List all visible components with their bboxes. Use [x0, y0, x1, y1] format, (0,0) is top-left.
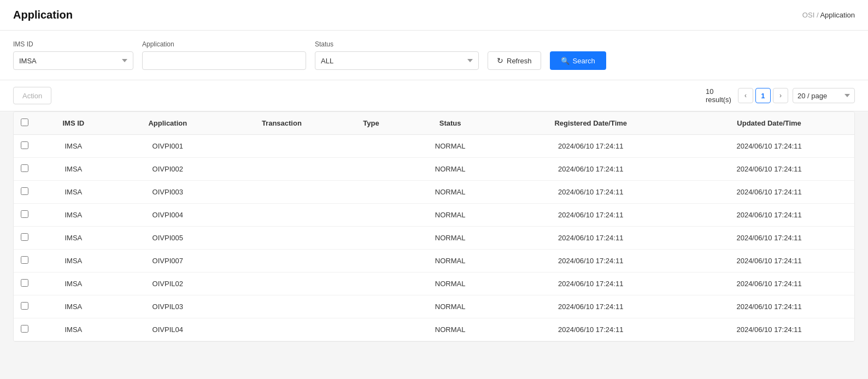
table-row: IMSA OIVPI005 NORMAL 2024/06/10 17:24:11…: [14, 227, 854, 250]
cell-type: [339, 295, 403, 318]
cell-ims-id: IMSA: [36, 158, 112, 181]
table-row: IMSA OIVPI002 NORMAL 2024/06/10 17:24:11…: [14, 158, 854, 181]
status-label: Status: [315, 40, 479, 48]
cell-registered: 2024/06/10 17:24:11: [497, 204, 684, 227]
cell-ims-id: IMSA: [36, 341, 112, 342]
table-scroll-area[interactable]: IMS ID Application Transaction Type Stat…: [14, 112, 854, 341]
cell-registered: 2024/06/10 17:24:11: [497, 273, 684, 295]
cell-type: [339, 273, 403, 295]
breadcrumb-parent: OSI: [802, 11, 814, 19]
cell-transaction: [224, 227, 339, 250]
cell-updated: 2024/06/10 17:24:11: [684, 227, 854, 250]
cell-application: OIVPI001: [112, 135, 224, 158]
cell-status: NORMAL: [403, 318, 497, 341]
cell-updated: 2024/06/10 17:24:11: [684, 158, 854, 181]
ims-id-label: IMS ID: [13, 40, 133, 48]
filter-section: IMS ID IMSA IMSB IMSC Application Status…: [0, 31, 868, 80]
cell-updated: 2024/06/10 17:24:11: [684, 318, 854, 341]
cell-type: [339, 204, 403, 227]
row-checkbox[interactable]: [21, 141, 28, 149]
table-row: IMSA OIVPI007 NORMAL 2024/06/10 17:24:11…: [14, 250, 854, 273]
cell-application: OIVPI007: [112, 250, 224, 273]
cell-registered: 2024/06/10 17:24:11: [497, 158, 684, 181]
filter-row: IMS ID IMSA IMSB IMSC Application Status…: [13, 40, 855, 70]
cell-status: NORMAL: [403, 158, 497, 181]
cell-status: NORMAL: [403, 204, 497, 227]
table-row: IMSA OIVPIL05 NORMAL 2024/06/10 17:24:11…: [14, 341, 854, 342]
cell-updated: 2024/06/10 17:24:11: [684, 181, 854, 204]
cell-updated: 2024/06/10 17:24:11: [684, 135, 854, 158]
ims-id-filter-group: IMS ID IMSA IMSB IMSC: [13, 40, 133, 70]
cell-ims-id: IMSA: [36, 318, 112, 341]
row-checkbox[interactable]: [21, 210, 28, 218]
row-checkbox-cell: [14, 341, 36, 342]
col-updated-date: Updated Date/Time: [684, 112, 854, 135]
refresh-icon: ↻: [497, 56, 503, 65]
cell-transaction: [224, 318, 339, 341]
page-size-select[interactable]: 10 / page 20 / page 50 / page 100 / page: [793, 88, 855, 103]
row-checkbox-cell: [14, 135, 36, 158]
row-checkbox-cell: [14, 227, 36, 250]
prev-page-button[interactable]: ‹: [738, 88, 753, 103]
cell-status: NORMAL: [403, 135, 497, 158]
cell-ims-id: IMSA: [36, 204, 112, 227]
search-icon: 🔍: [561, 57, 570, 65]
row-checkbox[interactable]: [21, 325, 28, 333]
cell-updated: 2024/06/10 17:24:11: [684, 250, 854, 273]
col-status: Status: [403, 112, 497, 135]
cell-transaction: [224, 295, 339, 318]
cell-application: OIVPIL04: [112, 318, 224, 341]
table-row: IMSA OIVPI001 NORMAL 2024/06/10 17:24:11…: [14, 135, 854, 158]
search-button[interactable]: 🔍 Search: [550, 51, 606, 70]
cell-type: [339, 158, 403, 181]
cell-application: OIVPIL02: [112, 273, 224, 295]
cell-ims-id: IMSA: [36, 273, 112, 295]
table-row: IMSA OIVPIL02 NORMAL 2024/06/10 17:24:11…: [14, 273, 854, 295]
row-checkbox[interactable]: [21, 187, 28, 195]
cell-ims-id: IMSA: [36, 250, 112, 273]
cell-type: [339, 227, 403, 250]
application-input[interactable]: [142, 51, 306, 70]
row-checkbox-cell: [14, 295, 36, 318]
cell-status: NORMAL: [403, 227, 497, 250]
row-checkbox-cell: [14, 158, 36, 181]
data-table: IMS ID Application Transaction Type Stat…: [14, 112, 854, 341]
search-label: Search: [573, 57, 595, 65]
results-count: 10 result(s): [706, 87, 731, 104]
cell-status: NORMAL: [403, 273, 497, 295]
cell-type: [339, 181, 403, 204]
cell-ims-id: IMSA: [36, 181, 112, 204]
row-checkbox-cell: [14, 273, 36, 295]
cell-registered: 2024/06/10 17:24:11: [497, 135, 684, 158]
row-checkbox-cell: [14, 250, 36, 273]
select-all-checkbox[interactable]: [21, 119, 28, 126]
next-page-button[interactable]: ›: [773, 88, 788, 103]
cell-registered: 2024/06/10 17:24:11: [497, 318, 684, 341]
cell-application: OIVPIL03: [112, 295, 224, 318]
toolbar: Action 10 result(s) ‹ 1 › 10 / page 20 /…: [0, 80, 868, 111]
cell-transaction: [224, 158, 339, 181]
row-checkbox[interactable]: [21, 256, 28, 264]
table-header: IMS ID Application Transaction Type Stat…: [14, 112, 854, 135]
row-checkbox[interactable]: [21, 233, 28, 241]
status-filter-group: Status ALL NORMAL ERROR WARNING: [315, 40, 479, 70]
cell-transaction: [224, 250, 339, 273]
row-checkbox-cell: [14, 181, 36, 204]
cell-application: OIVPI005: [112, 227, 224, 250]
row-checkbox[interactable]: [21, 302, 28, 310]
action-button[interactable]: Action: [13, 87, 51, 104]
cell-transaction: [224, 135, 339, 158]
status-select[interactable]: ALL NORMAL ERROR WARNING: [315, 51, 479, 70]
page-title: Application: [13, 9, 73, 21]
cell-updated: 2024/06/10 17:24:11: [684, 273, 854, 295]
row-checkbox[interactable]: [21, 164, 28, 172]
cell-status: NORMAL: [403, 181, 497, 204]
row-checkbox-cell: [14, 204, 36, 227]
data-table-container: IMS ID Application Transaction Type Stat…: [13, 111, 855, 342]
ims-id-select[interactable]: IMSA IMSB IMSC: [13, 51, 133, 70]
row-checkbox[interactable]: [21, 279, 28, 287]
table-row: IMSA OIVPI004 NORMAL 2024/06/10 17:24:11…: [14, 204, 854, 227]
refresh-button[interactable]: ↻ Refresh: [488, 51, 541, 70]
current-page[interactable]: 1: [755, 88, 771, 103]
cell-updated: 2024/06/10 17:24:11: [684, 204, 854, 227]
